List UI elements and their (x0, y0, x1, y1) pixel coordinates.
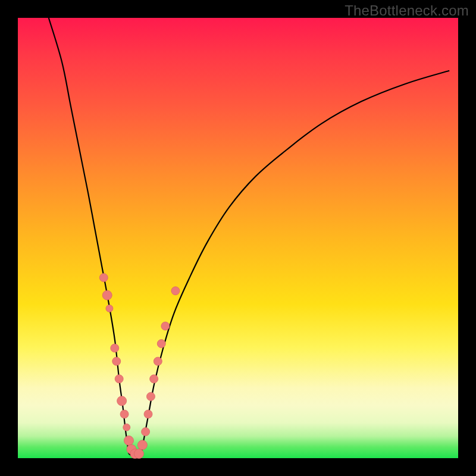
data-marker (102, 290, 112, 300)
data-marker (120, 410, 129, 418)
right-branch-curve (141, 71, 449, 454)
data-marker (144, 410, 152, 418)
watermark-text: TheBottleneck.com (345, 2, 469, 19)
data-marker (142, 428, 150, 436)
data-marker (161, 322, 170, 330)
chart-frame: TheBottleneck.com (0, 0, 476, 476)
data-marker (111, 344, 119, 352)
data-marker (106, 305, 113, 312)
scatter-markers (99, 274, 180, 459)
chart-svg (18, 18, 458, 458)
data-marker (154, 357, 162, 365)
data-marker (150, 375, 158, 383)
data-marker (146, 392, 155, 400)
data-marker (117, 396, 127, 406)
data-marker (123, 424, 130, 431)
data-marker (134, 449, 144, 459)
plot-area (18, 18, 458, 458)
data-marker (157, 340, 165, 348)
data-marker (171, 287, 180, 295)
data-marker (112, 357, 121, 365)
data-marker (115, 375, 123, 383)
left-branch-curve (49, 18, 129, 454)
data-marker (124, 436, 133, 445)
data-marker (99, 274, 108, 282)
data-marker (137, 440, 147, 450)
